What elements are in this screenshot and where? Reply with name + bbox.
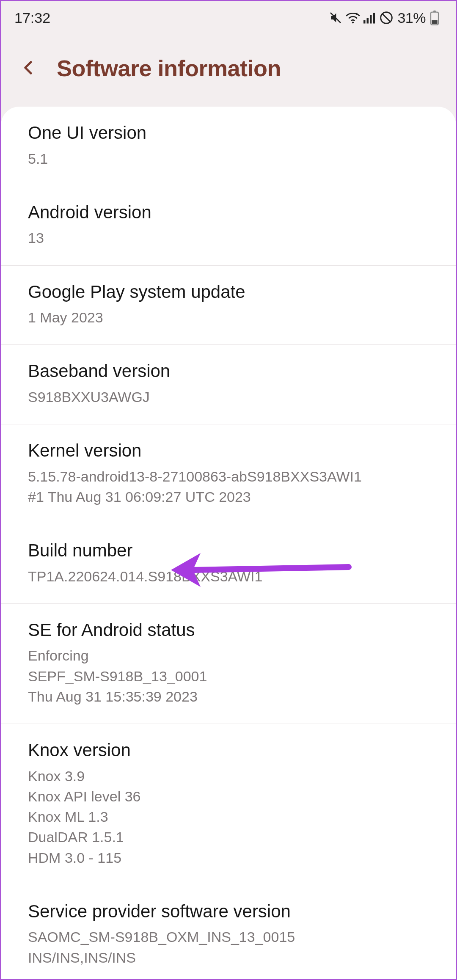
row-value: Enforcing SEPF_SM-S918B_13_0001 Thu Aug … (28, 645, 429, 707)
back-button[interactable] (16, 55, 41, 81)
row-oneui-version[interactable]: One UI version 5.1 (1, 107, 456, 186)
svg-rect-10 (433, 11, 436, 12)
mute-vibrate-icon (329, 11, 342, 25)
battery-icon (430, 10, 439, 25)
wifi-icon: 6 (346, 11, 360, 24)
signal-icon (363, 12, 376, 24)
svg-line-8 (383, 14, 391, 22)
status-icons: 6 (329, 11, 393, 25)
row-value: 5.15.78-android13-8-27100863-abS918BXXS3… (28, 466, 429, 507)
page-title: Software information (57, 55, 281, 81)
row-title: SE for Android status (28, 619, 429, 641)
row-title: Baseband version (28, 360, 429, 383)
svg-rect-6 (373, 13, 375, 24)
chevron-left-icon (20, 57, 37, 80)
svg-text:6: 6 (356, 11, 359, 16)
row-title: Android version (28, 201, 429, 224)
battery-percent: 31% (397, 10, 426, 26)
svg-point-1 (352, 22, 354, 23)
row-baseband-version[interactable]: Baseband version S918BXXU3AWGJ (1, 345, 456, 424)
status-time: 17:32 (14, 10, 50, 26)
row-title: Knox version (28, 739, 429, 762)
svg-rect-5 (370, 15, 372, 24)
svg-rect-11 (432, 20, 438, 24)
row-build-number[interactable]: Build number TP1A.220624.014.S918BXXS3AW… (1, 524, 456, 604)
do-not-disturb-icon (380, 11, 393, 25)
svg-rect-3 (363, 20, 366, 24)
row-kernel-version[interactable]: Kernel version 5.15.78-android13-8-27100… (1, 424, 456, 524)
row-service-provider-version[interactable]: Service provider software version SAOMC_… (1, 885, 456, 980)
row-title: One UI version (28, 122, 429, 144)
row-value: TP1A.220624.014.S918BXXS3AWI1 (28, 566, 429, 586)
status-bar: 17:32 6 (1, 1, 456, 35)
row-value: S918BXXU3AWGJ (28, 387, 429, 407)
row-value: 5.1 (28, 149, 429, 169)
row-title: Google Play system update (28, 281, 429, 303)
row-value: 1 May 2023 (28, 307, 429, 328)
row-se-android-status[interactable]: SE for Android status Enforcing SEPF_SM-… (1, 604, 456, 724)
row-title: Service provider software version (28, 900, 429, 923)
row-android-version[interactable]: Android version 13 (1, 186, 456, 266)
row-value: Knox 3.9 Knox API level 36 Knox ML 1.3 D… (28, 766, 429, 868)
row-knox-version[interactable]: Knox version Knox 3.9 Knox API level 36 … (1, 724, 456, 885)
svg-rect-4 (367, 18, 369, 24)
header: Software information (1, 35, 456, 107)
row-title: Build number (28, 540, 429, 562)
row-value: SAOMC_SM-S918B_OXM_INS_13_0015 INS/INS,I… (28, 927, 429, 968)
settings-card: One UI version 5.1 Android version 13 Go… (1, 107, 456, 980)
row-google-play-update[interactable]: Google Play system update 1 May 2023 (1, 266, 456, 345)
status-right: 6 31% (329, 10, 439, 26)
row-title: Kernel version (28, 440, 429, 462)
row-value: 13 (28, 228, 429, 248)
